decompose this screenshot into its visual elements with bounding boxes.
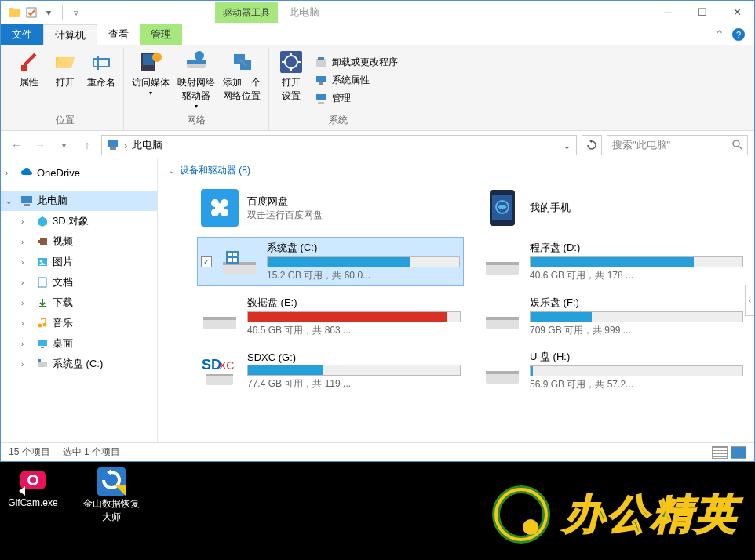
svg-rect-25 (319, 82, 323, 85)
navbar: ← → ▾ ↑ › 此电脑 ⌄ 搜索"此电脑" (1, 131, 754, 159)
ribbon-properties[interactable]: 属性 (12, 48, 46, 112)
ribbon-uninstall[interactable]: 卸载或更改程序 (310, 54, 403, 71)
item-drive-c[interactable]: ✓ 系统盘 (C:)15.2 GB 可用，共 60.0... (197, 237, 464, 286)
svg-rect-8 (143, 54, 154, 65)
edge-tab[interactable]: ‹ (745, 285, 754, 316)
desktop-icon (35, 336, 49, 351)
search-placeholder: 搜索"此电脑" (612, 138, 670, 152)
svg-rect-24 (316, 76, 326, 82)
sidebar-onedrive[interactable]: ›OneDrive (1, 162, 157, 183)
item-my-phone[interactable]: 我的手机 (480, 185, 746, 231)
window-title: 此电脑 (278, 5, 330, 20)
search-input[interactable]: 搜索"此电脑" (607, 135, 748, 155)
desktop-icon-kingsoft[interactable]: 金山数据恢复 大师 (83, 466, 140, 524)
nav-recent-icon[interactable]: ▾ (54, 136, 73, 155)
address-bar[interactable]: › 此电脑 ⌄ (101, 135, 577, 155)
sidebar-3d-objects[interactable]: ›3D 对象 (1, 211, 157, 231)
checkbox-icon[interactable]: ✓ (201, 256, 212, 267)
svg-rect-3 (21, 65, 27, 71)
ribbon-group-network: 访问媒体▾ 映射网络 驱动器▾ 添加一个 网络位置 网络 (124, 48, 269, 130)
qat-overflow[interactable]: ▿ (69, 5, 83, 20)
menu-view[interactable]: 查看 (97, 24, 140, 45)
svg-rect-38 (38, 278, 46, 287)
svg-point-37 (40, 260, 42, 263)
drive-icon (483, 242, 522, 282)
ribbon-sys-properties[interactable]: 系统属性 (310, 72, 403, 89)
ribbon: 属性 打开 重命名 位置 访问媒体▾ (1, 45, 754, 131)
svg-line-30 (739, 146, 742, 149)
ribbon-rename[interactable]: 重命名 (84, 48, 119, 112)
svg-rect-44 (38, 362, 47, 367)
svg-point-41 (43, 323, 47, 327)
usb-drive-icon (483, 351, 522, 391)
sidebar-this-pc[interactable]: ⌄此电脑 (1, 191, 157, 211)
svg-point-76 (30, 477, 36, 483)
item-drive-d[interactable]: 程序盘 (D:)40.6 GB 可用，共 178 ... (480, 237, 746, 286)
item-drive-h[interactable]: U 盘 (H:)56.9 GB 可用，共 57.2... (480, 347, 746, 395)
baidu-icon (200, 188, 239, 227)
svg-rect-63 (486, 262, 519, 265)
svg-point-79 (496, 489, 546, 540)
nav-back-icon[interactable]: ← (7, 136, 26, 155)
progress-bar (530, 365, 743, 376)
pc-icon (20, 194, 34, 208)
desktop-icons: GifCam.exe 金山数据恢复 大师 (5, 466, 140, 524)
sidebar-videos[interactable]: ›视频 (1, 231, 157, 252)
statusbar: 15 个项目 选中 1 个项目 (1, 442, 754, 461)
item-drive-f[interactable]: 娱乐盘 (F:)709 GB 可用，共 999 ... (480, 293, 746, 340)
address-dropdown-icon[interactable]: ⌄ (563, 140, 571, 151)
contextual-tab-drive-tools[interactable]: 驱动器工具 (215, 2, 278, 23)
address-path[interactable]: 此电脑 (132, 138, 162, 152)
menu-file[interactable]: 文件 (1, 24, 43, 45)
item-drive-e[interactable]: 数据盘 (E:)46.5 GB 可用，共 863 ... (197, 293, 464, 340)
svg-rect-28 (110, 147, 116, 150)
close-button[interactable]: ✕ (720, 1, 754, 24)
ribbon-access-media[interactable]: 访问媒体▾ (129, 48, 173, 112)
sidebar-music[interactable]: ›音乐 (1, 313, 157, 333)
qat-dropdown-icon[interactable]: ▾ (42, 5, 56, 20)
minimize-button[interactable]: ─ (651, 1, 685, 24)
ribbon-map-drive[interactable]: 映射网络 驱动器▾ (174, 48, 218, 112)
sidebar-pictures[interactable]: ›图片 (1, 252, 157, 272)
maximize-button[interactable]: ☐ (685, 1, 720, 24)
menu-manage[interactable]: 管理 (140, 24, 182, 45)
nav-forward-icon: → (31, 136, 49, 155)
progress-bar (247, 311, 461, 322)
items-view[interactable]: ⌄设备和驱动器 (8) 百度网盘双击运行百度网盘 我的手机 ✓ 系统盘 (C:)… (158, 159, 754, 442)
ribbon-collapse-icon[interactable]: ⌃ (714, 27, 724, 42)
progress-bar (530, 256, 743, 267)
ribbon-add-location[interactable]: 添加一个 网络位置 (220, 48, 264, 112)
sidebar-downloads[interactable]: ›下载 (1, 293, 157, 313)
sidebar-system-drive[interactable]: ›系统盘 (C:) (1, 354, 157, 374)
view-large-icon[interactable] (731, 446, 746, 459)
nav-up-icon[interactable]: ↑ (78, 136, 97, 155)
ribbon-open[interactable]: 打开 (48, 48, 82, 112)
section-devices[interactable]: ⌄设备和驱动器 (8) (166, 159, 746, 182)
svg-rect-1 (9, 8, 13, 11)
view-details-icon[interactable] (712, 446, 728, 459)
video-icon (35, 235, 49, 249)
drive-icon (483, 297, 522, 336)
svg-point-9 (152, 53, 162, 62)
help-icon[interactable]: ? (732, 28, 745, 41)
menu-computer[interactable]: 计算机 (43, 24, 97, 45)
ribbon-manage[interactable]: 管理 (310, 90, 403, 107)
ribbon-open-settings[interactable]: 打开 设置 (274, 48, 308, 112)
checkbox-icon[interactable] (24, 5, 38, 20)
quick-access-toolbar: ▾ ▿ (1, 5, 89, 20)
ribbon-group-location: 属性 打开 重命名 位置 (7, 48, 124, 130)
status-count: 15 个项目 (9, 445, 50, 459)
sidebar-desktop[interactable]: ›桌面 (1, 333, 157, 354)
refresh-button[interactable] (582, 135, 602, 155)
svg-rect-42 (38, 340, 47, 346)
3d-icon (35, 214, 49, 228)
svg-rect-67 (486, 317, 519, 320)
watermark: 办公精英 (490, 483, 739, 546)
sidebar-documents[interactable]: ›文档 (1, 272, 157, 293)
item-baidu-netdisk[interactable]: 百度网盘双击运行百度网盘 (197, 185, 464, 231)
item-drive-g[interactable]: SDXC SDXC (G:)77.4 GB 可用，共 119 ... (197, 347, 464, 395)
desktop-icon-gifcam[interactable]: GifCam.exe (5, 466, 61, 524)
search-icon[interactable] (731, 139, 742, 152)
folder-icon (7, 5, 21, 20)
svg-rect-31 (21, 196, 32, 203)
